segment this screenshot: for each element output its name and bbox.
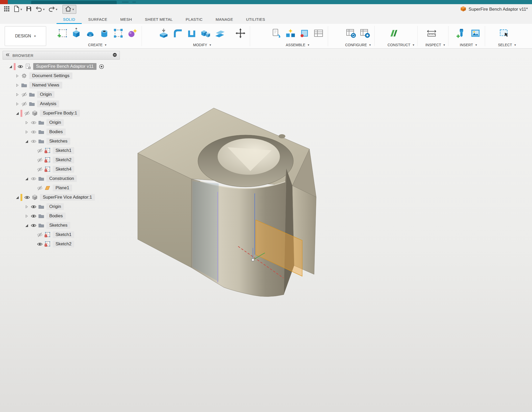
tree-item-label[interactable]: Sketch4 [53, 166, 74, 173]
expand-arrow-icon[interactable] [14, 102, 20, 106]
group-label-inspect[interactable]: INSPECT▾ [425, 42, 445, 48]
expand-arrow-icon[interactable] [23, 130, 30, 134]
group-label-assemble[interactable]: ASSEMBLE▾ [270, 42, 325, 48]
tree-row-bodies[interactable]: Bodies [3, 127, 120, 137]
tree-item-label[interactable]: Sketch2 [53, 241, 74, 247]
tab-plastic[interactable]: PLASTIC [179, 15, 209, 24]
visibility-eye-icon[interactable] [30, 204, 37, 210]
visibility-eye-icon[interactable] [30, 176, 37, 182]
visibility-eye-icon[interactable] [30, 120, 37, 126]
visibility-eye-icon[interactable] [23, 194, 31, 200]
tree-item-label[interactable]: Plane1 [53, 185, 72, 191]
visibility-eye-icon[interactable] [36, 166, 44, 172]
visibility-eye-icon[interactable] [36, 148, 44, 154]
save-button[interactable] [24, 5, 33, 14]
tree-item-label[interactable]: Document Settings [29, 72, 72, 79]
redo-button[interactable]: ▾ [47, 5, 59, 14]
extrude-button[interactable] [70, 28, 82, 40]
visibility-eye-icon[interactable] [20, 92, 28, 98]
visibility-eye-icon[interactable] [30, 222, 37, 228]
group-label-modify[interactable]: MODIFY▾ [157, 42, 247, 48]
hole-button[interactable] [98, 28, 110, 40]
tree-row-sketch1[interactable]: Sketch1 [3, 230, 120, 239]
revolve-button[interactable] [84, 28, 96, 40]
visibility-eye-icon[interactable] [23, 110, 31, 116]
tree-item-label[interactable]: Sketch1 [53, 231, 74, 238]
expand-arrow-icon[interactable] [23, 121, 30, 125]
group-label-select[interactable]: SELECT▾ [498, 42, 516, 48]
new-component-button[interactable] [270, 28, 283, 40]
tree-item-label[interactable]: Origin [46, 119, 64, 126]
expand-arrow-icon[interactable] [23, 205, 30, 209]
configuration-table-button[interactable] [345, 28, 357, 40]
tree-row-sketches[interactable]: Sketches [3, 221, 120, 230]
expand-arrow-icon[interactable] [23, 214, 30, 218]
visibility-eye-icon[interactable] [36, 185, 44, 191]
tree-row-sketch2[interactable]: Sketch2 [3, 239, 120, 249]
tree-item-label[interactable]: Bodies [46, 213, 66, 219]
tree-row-sketch4[interactable]: Sketch4 [3, 165, 120, 174]
tree-item-label[interactable]: Sketches [46, 138, 70, 145]
rectangular-pattern-button[interactable] [112, 28, 125, 40]
undo-button[interactable]: ▾ [34, 5, 46, 14]
tab-surface[interactable]: SURFACE [82, 15, 114, 24]
tree-row-superfire-vice-adaptor-1[interactable]: SuperFire Vice Adaptor:1 [3, 193, 120, 202]
tree-row-sketches[interactable]: Sketches [3, 137, 120, 146]
collapse-arrow-icon[interactable] [14, 195, 20, 199]
select-window-button[interactable] [498, 28, 510, 40]
tree-item-label[interactable]: Construction [46, 175, 77, 182]
tree-item-label[interactable]: Sketch2 [53, 157, 74, 163]
tree-item-label[interactable]: Named Views [29, 82, 62, 89]
tree-item-label[interactable]: SuperFire Vice Adaptor:1 [40, 194, 95, 201]
visibility-eye-icon[interactable] [36, 241, 44, 247]
fillet-button[interactable] [171, 28, 184, 40]
tree-row-superfire-body-1[interactable]: SuperFire Body:1 [3, 109, 120, 118]
tree-item-label[interactable]: Sketch1 [53, 147, 74, 154]
new-sketch-button[interactable] [56, 28, 68, 40]
design-workspace-selector[interactable]: DESIGN ▾ [5, 26, 46, 46]
tab-utilities[interactable]: UTILITIES [240, 15, 272, 24]
tree-row-sketch2[interactable]: Sketch2 [3, 155, 120, 165]
shell-button[interactable] [185, 28, 198, 40]
tree-row-bodies[interactable]: Bodies [3, 211, 120, 221]
tab-sheet-metal[interactable]: SHEET METAL [139, 15, 179, 24]
activate-component-radio-icon[interactable] [99, 64, 104, 69]
bom-table-button[interactable] [312, 28, 325, 40]
tab-manage[interactable]: MANAGE [209, 15, 239, 24]
tree-item-label[interactable]: SuperFire Body:1 [40, 110, 80, 117]
combine-button[interactable] [199, 28, 212, 40]
tab-solid[interactable]: SOLID [57, 15, 82, 24]
3d-model[interactable] [137, 106, 318, 299]
tree-item-label[interactable]: Origin [37, 91, 54, 98]
joint-button[interactable] [284, 28, 297, 40]
collapse-panel-icon[interactable] [5, 52, 10, 58]
visibility-eye-icon[interactable] [30, 213, 37, 219]
collapse-arrow-icon[interactable] [23, 177, 30, 181]
offset-face-button[interactable] [213, 28, 226, 40]
group-label-create[interactable]: CREATE▾ [56, 42, 139, 48]
visibility-eye-icon[interactable] [30, 138, 37, 144]
visibility-eye-icon[interactable] [16, 64, 24, 70]
tree-row-construction[interactable]: Construction [3, 174, 120, 183]
home-view-button[interactable]: ▾ [63, 5, 76, 14]
construction-plane-button[interactable] [388, 28, 400, 40]
visibility-eye-icon[interactable] [30, 129, 37, 135]
tree-row-sketch1[interactable]: Sketch1 [3, 146, 120, 155]
group-label-insert[interactable]: INSERT▾ [455, 42, 482, 48]
measure-button[interactable] [425, 28, 438, 40]
group-label-construct[interactable]: CONSTRUCT▾ [388, 42, 414, 48]
tree-row-superfire-bench-adaptor-v11[interactable]: SuperFire Bench Adaptor v11 [3, 62, 120, 71]
visibility-eye-icon[interactable] [20, 101, 28, 107]
collapse-arrow-icon[interactable] [23, 139, 30, 143]
visibility-eye-icon[interactable] [36, 157, 44, 163]
tree-row-origin[interactable]: Origin [3, 202, 120, 211]
hide-all-icon[interactable] [112, 52, 117, 58]
tree-row-document-settings[interactable]: Document Settings [3, 71, 120, 80]
insert-configuration-button[interactable] [359, 28, 371, 40]
tree-row-plane1[interactable]: Plane1 [3, 183, 120, 193]
joint-origin-button[interactable] [298, 28, 311, 40]
move-button[interactable] [234, 28, 247, 40]
tree-item-label[interactable]: Analysis [37, 100, 59, 107]
insert-fastener-button[interactable] [455, 28, 468, 40]
collapse-arrow-icon[interactable] [7, 65, 13, 69]
